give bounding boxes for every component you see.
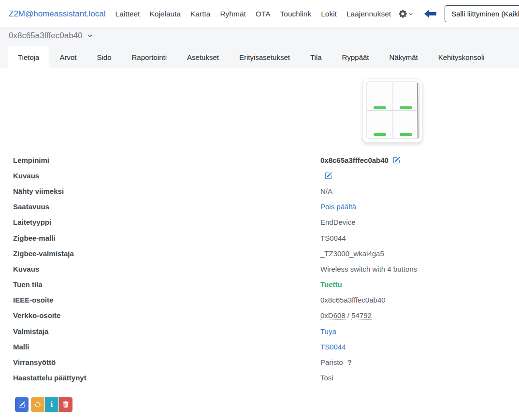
info-value-text: _TZ3000_wkai4ga5: [320, 249, 384, 258]
nav-item-ota[interactable]: OTA: [251, 6, 275, 22]
device-info-row: IEEE-osoite 0x8c65a3fffec0ab40: [0, 292, 519, 308]
gear-icon: [399, 10, 407, 18]
arrow-repeat-icon: [34, 401, 41, 408]
chevron-down-icon: [87, 33, 93, 39]
device-info-row: Valmistaja Tuya: [0, 323, 519, 339]
info-value-text: Tuettu: [320, 280, 342, 289]
info-label: Virransyöttö: [0, 358, 320, 366]
device-info-row: Virransyöttö Paristo ?: [0, 354, 519, 370]
device-info-row: Haastattelu päättynyt Tosi: [0, 370, 519, 386]
tab-n-kym-t[interactable]: Näkymät: [379, 46, 428, 68]
nav-item-lokit[interactable]: Lokit: [316, 6, 342, 22]
info-value: [320, 172, 332, 179]
info-value: Paristo ?: [320, 358, 352, 366]
device-title: 0x8c65a3fffec0ab40: [9, 31, 83, 41]
info-label: Zigbee-valmistaja: [0, 249, 320, 258]
info-value-text: 0xD608 / 54792: [320, 311, 372, 319]
tab-bar: Tietoja Arvot Sido Raportointi Asetukset…: [0, 46, 519, 68]
interview-device-button[interactable]: i: [45, 397, 58, 412]
info-value: _TZ3000_wkai4ga5: [320, 249, 384, 258]
info-label: Valmistaja: [0, 327, 320, 335]
permit-join-group: Salli liittyminen (Kaikki): [445, 5, 519, 22]
chevron-down-icon: [408, 12, 413, 16]
tab-raportointi[interactable]: Raportointi: [122, 46, 177, 68]
tab-arvot[interactable]: Arvot: [49, 46, 86, 68]
nav-item-laajennukset[interactable]: Laajennukset: [342, 6, 396, 22]
info-label: Zigbee-malli: [0, 234, 320, 242]
info-value: Tosi: [320, 374, 333, 382]
info-value: Tuettu: [320, 280, 342, 289]
navbar-brand[interactable]: Z2M@homeassistant.local: [9, 9, 106, 19]
edit-icon[interactable]: [393, 157, 400, 164]
info-label: Lempinimi: [0, 156, 320, 164]
info-label: Nähty viimeksi: [0, 187, 320, 195]
info-label: Verkko-osoite: [0, 311, 320, 319]
language-selector[interactable]: [424, 9, 437, 18]
info-label: Kuvaus: [0, 265, 320, 273]
info-value-text: Paristo: [320, 358, 343, 366]
remove-device-button[interactable]: [59, 397, 72, 412]
navbar: Z2M@homeassistant.local Laitteet Kojelau…: [0, 0, 519, 28]
info-value-text: TS0044: [320, 234, 346, 242]
info-value: TS0044: [320, 343, 346, 351]
tab-sido[interactable]: Sido: [86, 46, 121, 68]
device-info-row: Saatavuus Pois päältä: [0, 199, 519, 215]
info-value: 0xD608 / 54792: [320, 311, 372, 319]
info-value-link[interactable]: Pois päältä: [320, 203, 356, 211]
info-value: 0x8c65a3fffec0ab40: [320, 156, 400, 164]
info-value-link[interactable]: Tuya: [320, 327, 336, 335]
device-info-row: Zigbee-valmistaja _TZ3000_wkai4ga5: [0, 246, 519, 261]
device-info-table: Lempinimi 0x8c65a3fffec0ab40 Kuvaus Näht…: [0, 152, 519, 386]
permit-join-button[interactable]: Salli liittyminen (Kaikki): [445, 5, 519, 22]
nav-item-ryhm-t[interactable]: Ryhmät: [215, 6, 250, 22]
network-address-part: 54792: [351, 311, 372, 320]
tab-tila[interactable]: Tila: [300, 46, 332, 68]
device-info-row: Lempinimi 0x8c65a3fffec0ab40: [0, 152, 519, 168]
tab-rypp-t[interactable]: Ryppäät: [332, 46, 379, 68]
info-value-text: 0x8c65a3fffec0ab40: [320, 296, 386, 304]
nav-item-kojelauta[interactable]: Kojelauta: [144, 6, 186, 22]
device-info-row: Verkko-osoite 0xD608 / 54792: [0, 308, 519, 323]
tab-tietoja[interactable]: Tietoja: [8, 46, 49, 68]
info-value-text: Wireless switch with 4 buttons: [320, 265, 417, 273]
edit-icon[interactable]: [325, 172, 332, 179]
info-label: Malli: [0, 343, 320, 351]
nav-item-laitteet[interactable]: Laitteet: [111, 6, 145, 22]
info-value: 0x8c65a3fffec0ab40: [320, 296, 386, 304]
nav-item-touchlink[interactable]: Touchlink: [275, 6, 317, 22]
device-actions: i: [15, 397, 519, 412]
info-label: Kuvaus: [0, 172, 320, 180]
left-arrow-flag-icon: [424, 9, 437, 18]
help-icon: ?: [347, 358, 352, 366]
tab-erityisasetukset[interactable]: Erityisasetukset: [229, 46, 300, 68]
device-info-row: Tuen tila Tuettu: [0, 277, 519, 292]
device-info-page: Lempinimi 0x8c65a3fffec0ab40 Kuvaus Näht…: [0, 68, 519, 412]
tab-asetukset[interactable]: Asetukset: [177, 46, 229, 68]
trash-icon: [62, 401, 69, 408]
device-info-row: Zigbee-malli TS0044: [0, 230, 519, 246]
info-value-text: Tosi: [320, 374, 333, 382]
info-value: Wireless switch with 4 buttons: [320, 265, 417, 273]
device-info-row: Kuvaus Wireless switch with 4 buttons: [0, 261, 519, 276]
info-label: Haastattelu päättynyt: [0, 374, 320, 382]
info-value-link[interactable]: TS0044: [320, 343, 346, 351]
info-label: Laitetyyppi: [0, 218, 320, 226]
settings-dropdown[interactable]: [396, 10, 416, 18]
device-info-row: Kuvaus: [0, 168, 519, 183]
network-address-part: 0xD608: [320, 311, 346, 320]
info-value: Pois päältä: [320, 203, 356, 211]
info-label: Saatavuus: [0, 203, 320, 211]
device-info-row: Malli TS0044: [0, 339, 519, 354]
device-info-row: Laitetyyppi EndDevice: [0, 215, 519, 230]
pencil-square-icon: [18, 401, 25, 408]
device-image: [361, 77, 425, 145]
tab-kehityskonsoli[interactable]: Kehityskonsoli: [428, 46, 495, 68]
device-title-dropdown[interactable]: 0x8c65a3fffec0ab40: [0, 28, 101, 46]
info-value-text: 0x8c65a3fffec0ab40: [320, 156, 389, 164]
info-value-text: EndDevice: [320, 218, 356, 226]
reconfigure-device-button[interactable]: [31, 397, 44, 412]
navbar-menu: Laitteet Kojelauta Kartta Ryhmät OTA Tou…: [111, 10, 396, 18]
rename-device-button[interactable]: [15, 397, 29, 412]
nav-item-kartta[interactable]: Kartta: [186, 6, 215, 22]
info-value: N/A: [320, 187, 332, 195]
